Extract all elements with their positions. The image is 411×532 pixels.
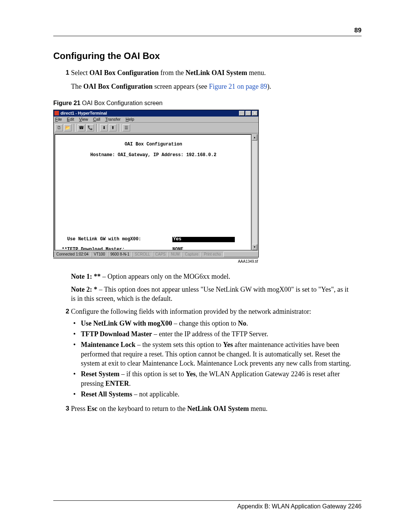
text: from the bbox=[161, 69, 186, 77]
step-2-num: 2 bbox=[53, 307, 69, 316]
status-printecho: Print echo bbox=[201, 252, 224, 257]
figure-caption: Figure 21 OAI Box Configuration screen bbox=[53, 100, 362, 107]
menu-help[interactable]: Help bbox=[126, 117, 134, 121]
toolbar-send-icon[interactable]: ⬇ bbox=[100, 124, 108, 131]
t: – change this option to bbox=[172, 320, 238, 327]
t: . bbox=[246, 320, 248, 327]
rule-top bbox=[53, 36, 362, 36]
step-2: 2 Configure the following fields with in… bbox=[53, 307, 362, 400]
t: – if this option is set to bbox=[119, 370, 186, 378]
b: ENTER bbox=[105, 380, 129, 387]
close-button[interactable]: × bbox=[252, 111, 258, 116]
status-connected: Connected 1:02:04 bbox=[54, 252, 91, 257]
b: Yes bbox=[223, 341, 233, 348]
figure-label: OAI Box Configuration screen bbox=[80, 100, 162, 106]
b: Yes bbox=[186, 370, 196, 378]
toolbar-separator bbox=[119, 124, 120, 132]
toolbar: 🗋 📂 ☎ 📞 ⬇ ⬆ ☰ bbox=[54, 123, 258, 133]
terminal-title: OAI Box Configuration bbox=[59, 142, 248, 147]
maximize-button[interactable]: □ bbox=[245, 111, 251, 116]
t: – enter the IP address of the TFTP Serve… bbox=[152, 330, 268, 338]
b: Maintenance Lock bbox=[81, 341, 136, 348]
bullet-maint: Maintenance Lock – the system sets this … bbox=[71, 340, 353, 368]
b: Reset All Systems bbox=[81, 390, 132, 398]
toolbar-new-icon[interactable]: 🗋 bbox=[55, 124, 63, 131]
note1: – Option appears only on the MOG6xx mode… bbox=[100, 273, 230, 280]
t: – not applicable. bbox=[132, 390, 179, 398]
menu-file[interactable]: File bbox=[55, 117, 62, 121]
toolbar-properties-icon[interactable]: ☰ bbox=[123, 124, 130, 131]
t: on the keyboard to return to the bbox=[97, 405, 187, 412]
statusbar: Connected 1:02:04 VT100 9600 8-N-1 SCROL… bbox=[54, 251, 258, 257]
status-scroll: SCROLL bbox=[132, 252, 153, 257]
footer-text: Appendix B: WLAN Application Gateway 224… bbox=[53, 503, 362, 510]
toolbar-separator bbox=[74, 124, 75, 132]
text: Select bbox=[71, 69, 89, 77]
figure-link[interactable]: Figure 21 on page 89 bbox=[209, 83, 267, 90]
toolbar-open-icon[interactable]: 📂 bbox=[64, 124, 72, 131]
terminal-host: Hostname: OAI_Gateway, IP Address: 192.1… bbox=[59, 153, 248, 158]
menu-transfer[interactable]: Transfer bbox=[105, 117, 121, 121]
t: Press bbox=[71, 405, 88, 412]
window-title: direct1 - HyperTerminal bbox=[61, 111, 239, 115]
minimize-button[interactable]: _ bbox=[239, 111, 245, 116]
section-title: Configuring the OAI Box bbox=[53, 51, 362, 61]
menu-call[interactable]: Call bbox=[93, 117, 100, 121]
toolbar-separator bbox=[96, 124, 98, 132]
scroll-track[interactable] bbox=[252, 141, 257, 244]
b: Reset System bbox=[81, 370, 119, 378]
page: 89 Configuring the OAI Box 1 Select OAI … bbox=[0, 0, 411, 532]
rule-bottom bbox=[53, 500, 362, 501]
menu-view[interactable]: View bbox=[79, 117, 88, 121]
status-baud: 9600 8-N-1 bbox=[108, 252, 132, 257]
text-bold: OAI Box Configuration bbox=[89, 69, 161, 77]
t: – the system sets this option to bbox=[135, 341, 223, 348]
app-icon bbox=[54, 111, 59, 115]
status-caps: CAPS bbox=[153, 252, 168, 257]
toolbar-call-icon[interactable]: ☎ bbox=[78, 124, 85, 131]
status-emulation: VT100 bbox=[91, 252, 108, 257]
scroll-up-icon[interactable]: ▲ bbox=[252, 134, 257, 141]
text: The bbox=[71, 83, 83, 90]
bullet-netlink: Use NetLink GW with mogX00 – change this… bbox=[71, 319, 353, 328]
b: No bbox=[238, 320, 246, 327]
status-capture: Capture bbox=[182, 252, 201, 257]
note2: – This option does not appear unless "Us… bbox=[71, 286, 349, 302]
bullet-resetall: Reset All Systems – not applicable. bbox=[71, 390, 353, 399]
step-3: 3 Press Esc on the keyboard to return to… bbox=[53, 404, 362, 413]
b: Use NetLink GW with mogX00 bbox=[81, 320, 172, 327]
figure-label-bold: Figure 21 bbox=[53, 100, 80, 106]
step-1-num: 1 bbox=[53, 68, 69, 77]
terminal[interactable]: OAI Box Configuration Hostname: OAI_Gate… bbox=[54, 134, 252, 251]
text: screen appears (see bbox=[153, 83, 209, 90]
term-row-netlink-val: Yes bbox=[172, 237, 235, 242]
b: NetLink OAI System bbox=[187, 405, 249, 412]
b: TFTP Download Master bbox=[81, 330, 152, 338]
titlebar: direct1 - HyperTerminal _ □ × bbox=[54, 110, 258, 117]
note-block: Note 1: ** – Option appears only on the … bbox=[53, 272, 362, 304]
text-bold: NetLink OAI System bbox=[186, 69, 247, 77]
term-row-tftp: **TFTP Download Master: bbox=[59, 247, 172, 250]
page-number: 89 bbox=[53, 27, 362, 34]
image-file-label: AAA1349.tif bbox=[53, 258, 258, 264]
term-row-tftp-val: NONE bbox=[172, 247, 183, 250]
b: Esc bbox=[87, 405, 97, 412]
toolbar-hangup-icon[interactable]: 📞 bbox=[86, 124, 94, 131]
note2-b: Note 2: * bbox=[71, 286, 97, 293]
t: . bbox=[129, 380, 131, 387]
scrollbar[interactable]: ▲ ▼ bbox=[252, 134, 258, 251]
text: menu. bbox=[247, 69, 266, 77]
toolbar-receive-icon[interactable]: ⬆ bbox=[109, 124, 116, 131]
step-2-text: Configure the following fields with info… bbox=[71, 308, 311, 315]
scroll-down-icon[interactable]: ▼ bbox=[252, 244, 257, 250]
step-3-num: 3 bbox=[53, 404, 69, 413]
footer: Appendix B: WLAN Application Gateway 224… bbox=[53, 500, 362, 510]
text: ). bbox=[267, 83, 271, 90]
menu-edit[interactable]: Edit bbox=[67, 117, 74, 121]
term-row-netlink: Use NetLink GW with mogX00: bbox=[59, 237, 172, 242]
note1-b: Note 1: ** bbox=[71, 273, 101, 280]
hyperterminal-window: direct1 - HyperTerminal _ □ × File Edit … bbox=[53, 110, 259, 257]
bullet-tftp: TFTP Download Master – enter the IP addr… bbox=[71, 329, 353, 339]
text-bold: OAI Box Configuration bbox=[83, 83, 153, 90]
t: menu. bbox=[249, 405, 268, 412]
